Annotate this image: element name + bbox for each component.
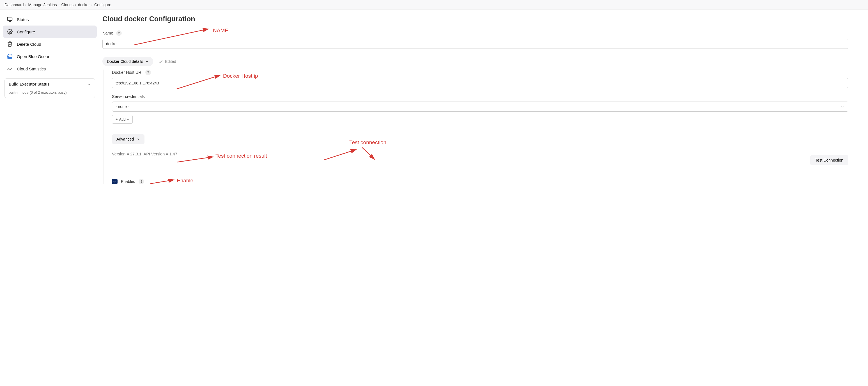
sidebar-item-label: Cloud Statistics [17,66,46,71]
breadcrumb-dashboard[interactable]: Dashboard [4,2,24,7]
build-executor-panel: Build Executor Status built-in node (0 o… [4,78,95,98]
name-label: Name [102,31,113,35]
host-uri-group: Docker Host URI ? [112,70,848,88]
breadcrumb-docker[interactable]: docker [78,2,90,7]
svg-point-3 [9,31,11,33]
sidebar-item-cloud-statistics[interactable]: Cloud Statistics [3,63,97,75]
sidebar-item-label: Open Blue Ocean [17,54,50,59]
sidebar-item-open-blue-ocean[interactable]: Open Blue Ocean [3,50,97,63]
trash-icon [7,41,13,47]
breadcrumb-manage-jenkins[interactable]: Manage Jenkins [28,2,57,7]
advanced-label: Advanced [117,137,134,141]
edited-indicator: Edited [159,59,176,64]
build-executor-subtitle: built-in node (0 of 2 executors busy) [9,90,91,95]
chevron-right-icon: › [58,3,60,7]
host-uri-input[interactable] [112,78,848,88]
svg-rect-0 [7,18,12,21]
name-input[interactable] [102,39,848,49]
advanced-toggle[interactable]: Advanced [112,134,145,144]
sidebar: Status Configure Delete Cloud Open Blue … [0,10,100,189]
enabled-row: Enabled ? [112,179,848,184]
server-credentials-select[interactable]: - none - [112,101,848,111]
add-button-label: Add [119,117,126,122]
help-icon[interactable]: ? [145,70,151,75]
chevron-down-icon [136,137,140,141]
chevron-up-icon [87,82,91,86]
breadcrumb-configure[interactable]: Configure [94,2,112,7]
stats-icon [7,66,13,72]
docker-cloud-details-toggle[interactable]: Docker Cloud details [102,57,153,66]
monitor-icon [7,16,13,23]
sidebar-item-label: Configure [17,29,35,34]
sidebar-item-delete-cloud[interactable]: Delete Cloud [3,38,97,50]
chevron-right-icon: › [26,3,27,7]
enabled-label: Enabled [121,179,135,184]
add-credentials-button[interactable]: + Add ▾ [112,115,133,124]
plus-icon: + [116,117,118,122]
enabled-checkbox[interactable] [112,179,118,184]
chevron-up-icon [145,60,149,63]
chevron-right-icon: › [91,3,93,7]
blueocean-icon [7,53,13,60]
build-executor-title: Build Executor Status [9,82,50,87]
sidebar-item-status[interactable]: Status [3,13,97,26]
host-uri-label: Docker Host URI [112,70,143,75]
page-title: Cloud docker Configuration [102,15,848,23]
help-icon[interactable]: ? [138,179,144,184]
breadcrumb: Dashboard › Manage Jenkins › Clouds › do… [0,0,868,10]
chevron-right-icon: › [75,3,76,7]
sidebar-item-configure[interactable]: Configure [3,26,97,38]
name-group: Name ? [102,30,848,49]
help-icon[interactable]: ? [116,30,122,36]
build-executor-toggle[interactable]: Build Executor Status [9,82,91,87]
pencil-icon [159,60,163,63]
breadcrumb-clouds[interactable]: Clouds [61,2,73,7]
test-connection-button[interactable]: Test Connection [810,155,848,165]
sidebar-item-label: Status [17,17,29,22]
gear-icon [7,29,13,35]
server-credentials-group: Server credentials - none - + Add ▾ [112,94,848,124]
server-credentials-label: Server credentials [112,94,145,99]
caret-down-icon: ▾ [127,117,129,122]
main-content: Cloud docker Configuration Name ? Docker… [100,10,868,189]
edited-label: Edited [165,59,176,64]
docker-cloud-details-section: Docker Host URI ? Server credentials - n… [103,70,848,184]
sidebar-item-label: Delete Cloud [17,42,41,46]
docker-cloud-details-label: Docker Cloud details [107,59,143,64]
